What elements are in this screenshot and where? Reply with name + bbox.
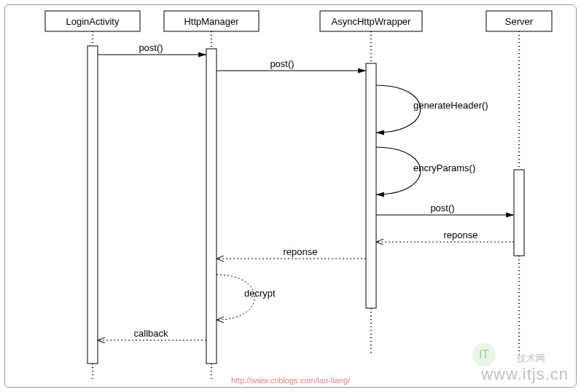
diagram-frame: LoginActivity HttpManager AsyncHttpWrapp… bbox=[4, 4, 577, 388]
participant-httpmanager: HttpManager bbox=[164, 11, 259, 31]
message-label: callback bbox=[134, 328, 168, 339]
participant-login: LoginActivity bbox=[45, 11, 140, 31]
message-label: generateHeader() bbox=[413, 100, 488, 111]
participant-label: HttpManager bbox=[184, 16, 239, 27]
participant-server: Server bbox=[486, 11, 552, 31]
participant-label: Server bbox=[505, 16, 534, 27]
message-label: reponse bbox=[284, 246, 318, 257]
message-label: post() bbox=[270, 58, 294, 69]
message-label: post() bbox=[430, 203, 454, 213]
activation-bar bbox=[206, 49, 217, 364]
activation-bar bbox=[87, 46, 98, 364]
message-label: reponse bbox=[444, 230, 478, 240]
message-label: encryParams() bbox=[413, 162, 475, 173]
participant-label: AsyncHttpWrapper bbox=[332, 16, 412, 27]
message-label: post() bbox=[139, 42, 163, 53]
participant-label: LoginActivity bbox=[66, 16, 120, 27]
activation-bar bbox=[514, 170, 524, 256]
message-label: decrypt bbox=[244, 288, 276, 299]
activation-bar bbox=[366, 63, 376, 308]
participant-asynchttp: AsyncHttpWrapper bbox=[320, 11, 422, 31]
